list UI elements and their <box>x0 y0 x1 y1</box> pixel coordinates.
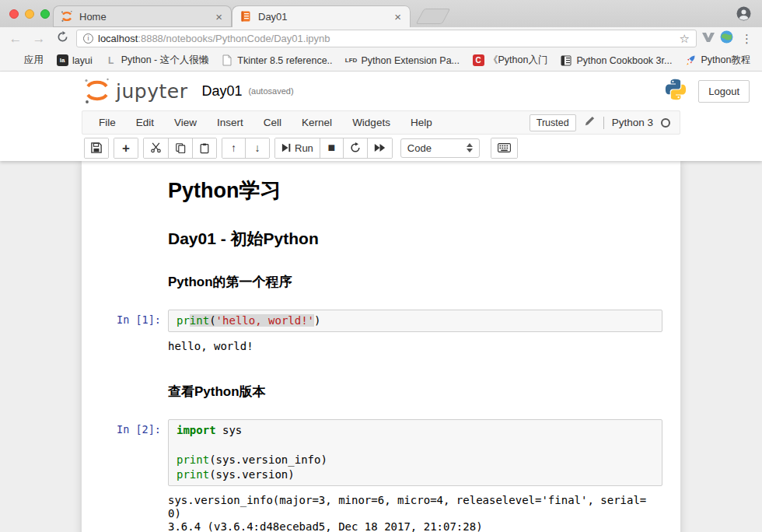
copy-cell-button[interactable] <box>169 138 193 158</box>
markdown-heading1[interactable]: Python学习 <box>82 177 680 205</box>
browser-menu-icon[interactable]: ⋮ <box>738 32 756 46</box>
output-cell-1: hello, world! <box>82 340 680 353</box>
zoom-window-button[interactable] <box>40 9 50 19</box>
translate-globe-icon[interactable] <box>720 30 733 47</box>
reload-icon[interactable] <box>53 31 72 47</box>
edit-mode-pencil-icon <box>584 115 596 130</box>
notebook-toolbar: + ↑ ↓ Run ■ <box>0 135 762 161</box>
window-controls <box>9 9 50 19</box>
tab-close-icon[interactable]: × <box>393 10 403 23</box>
markdown-heading3-version[interactable]: 查看Python版本 <box>82 383 680 401</box>
divider <box>603 117 604 129</box>
output-text: sys.version_info(major=3, minor=6, micro… <box>168 494 662 532</box>
code-token: print <box>177 468 209 481</box>
bookmark-label: Python - 这个人很懒 <box>121 54 209 67</box>
restart-run-all-button[interactable] <box>368 138 392 158</box>
trusted-badge[interactable]: Trusted <box>530 114 576 131</box>
kernel-name: Python 3 <box>612 117 653 128</box>
lfd-icon: LFD <box>345 54 358 67</box>
code-input-area[interactable]: import sys print(sys.version_info) print… <box>168 419 662 486</box>
cut-cell-button[interactable] <box>144 138 169 158</box>
bookmark-python-blog[interactable]: L Python - 这个人很懒 <box>105 54 209 67</box>
tab-home[interactable]: Home × <box>53 5 232 27</box>
code-token-selected: int <box>190 314 209 327</box>
input-prompt: In [1]: <box>117 313 161 326</box>
menu-edit[interactable]: Edit <box>126 117 164 128</box>
tab-close-icon[interactable]: × <box>214 10 224 23</box>
markdown-heading3-first-program[interactable]: Python的第一个程序 <box>82 273 680 291</box>
profile-avatar-icon[interactable] <box>736 6 751 24</box>
move-cell-up-button[interactable]: ↑ <box>222 138 246 158</box>
menu-view[interactable]: View <box>164 117 207 128</box>
bookmark-label: layui <box>72 55 93 66</box>
arrow-up-icon: ↑ <box>231 142 236 153</box>
apps-grid-icon <box>8 54 20 67</box>
logout-button[interactable]: Logout <box>698 80 750 103</box>
code-token-selected: ( <box>209 314 215 327</box>
minimize-window-button[interactable] <box>25 9 34 19</box>
forward-icon[interactable]: → <box>30 31 48 47</box>
save-button[interactable] <box>85 138 108 158</box>
code-token: (sys.version_info) <box>209 453 327 466</box>
bookmark-tkinter[interactable]: Tkinter 8.5 reference.. <box>221 54 332 67</box>
run-cell-button[interactable]: Run <box>275 138 320 158</box>
code-cell-2[interactable]: In [2]: import sys print(sys.version_inf… <box>82 419 680 486</box>
cell-type-value: Code <box>407 142 432 154</box>
extension-v-icon[interactable] <box>701 32 715 46</box>
jupyter-ring-icon <box>61 10 73 23</box>
notebook-scroll-area[interactable]: Python学习 Day01 - 初始Python Python的第一个程序 I… <box>0 161 762 532</box>
layui-icon: la <box>57 54 68 66</box>
bookmark-python-tutorial[interactable]: Python教程 <box>684 54 750 67</box>
tab-label: Home <box>79 11 214 23</box>
restart-kernel-button[interactable] <box>344 138 368 158</box>
move-cell-down-button[interactable]: ↓ <box>246 138 269 158</box>
arrow-down-icon: ↓ <box>255 142 260 153</box>
page-icon <box>221 54 233 67</box>
interrupt-kernel-button[interactable]: ■ <box>320 138 344 158</box>
run-label: Run <box>295 142 313 154</box>
bookmark-apps[interactable]: 应用 <box>8 54 44 67</box>
fast-forward-icon <box>374 143 386 152</box>
close-window-button[interactable] <box>9 9 19 19</box>
back-icon[interactable]: ← <box>6 31 25 47</box>
markdown-heading2[interactable]: Day01 - 初始Python <box>82 228 680 250</box>
page-info-icon[interactable]: i <box>83 33 93 44</box>
bookmark-python-extension[interactable]: LFD Python Extension Pa... <box>345 54 460 67</box>
bookmark-layui[interactable]: la layui <box>56 54 93 67</box>
kernel-idle-icon <box>661 118 670 128</box>
menu-widgets[interactable]: Widgets <box>342 117 400 128</box>
menu-insert[interactable]: Insert <box>207 117 253 128</box>
add-cell-button[interactable]: + <box>114 138 138 158</box>
step-forward-icon <box>281 143 291 152</box>
notebook-title[interactable]: Day01 <box>201 83 242 100</box>
input-prompt: In [2]: <box>117 423 161 436</box>
browser-toolbar: ← → i localhost:8888/notebooks/PythonCod… <box>0 27 762 50</box>
jupyter-logo[interactable]: jupyter <box>82 76 187 106</box>
cell-type-select[interactable]: Code <box>400 138 480 158</box>
code-input-area[interactable]: print('hello, world!') <box>168 310 662 332</box>
new-tab-button[interactable] <box>416 9 451 24</box>
book-icon <box>560 54 572 67</box>
menu-cell[interactable]: Cell <box>253 117 292 128</box>
code-token: sys <box>216 424 243 436</box>
menu-kernel[interactable]: Kernel <box>292 117 342 128</box>
bookmark-cookbook[interactable]: Python Cookbook 3r... <box>560 54 672 67</box>
python-logo-icon <box>664 78 687 104</box>
menu-file[interactable]: File <box>89 117 126 128</box>
bookmark-python-intro[interactable]: C 《Python入门 <box>472 54 547 67</box>
bookmark-label: 应用 <box>24 54 44 67</box>
bookmark-star-icon[interactable]: ☆ <box>680 32 690 46</box>
menu-help[interactable]: Help <box>400 117 442 128</box>
output-text: hello, world! <box>168 340 662 353</box>
url-text[interactable]: localhost:8888/notebooks/PythonCode/Day0… <box>98 33 675 44</box>
paste-icon <box>199 142 210 154</box>
rocket-icon <box>684 54 697 67</box>
url-address-bar[interactable]: i localhost:8888/notebooks/PythonCode/Da… <box>76 30 697 47</box>
command-palette-button[interactable] <box>491 138 517 158</box>
code-token: import <box>177 424 216 436</box>
copy-icon <box>175 142 186 153</box>
tab-day01[interactable]: Day01 × <box>232 5 411 27</box>
autosave-status: (autosaved) <box>248 86 293 96</box>
code-cell-1[interactable]: In [1]: print('hello, world!') <box>82 310 680 332</box>
paste-cell-button[interactable] <box>193 138 216 158</box>
